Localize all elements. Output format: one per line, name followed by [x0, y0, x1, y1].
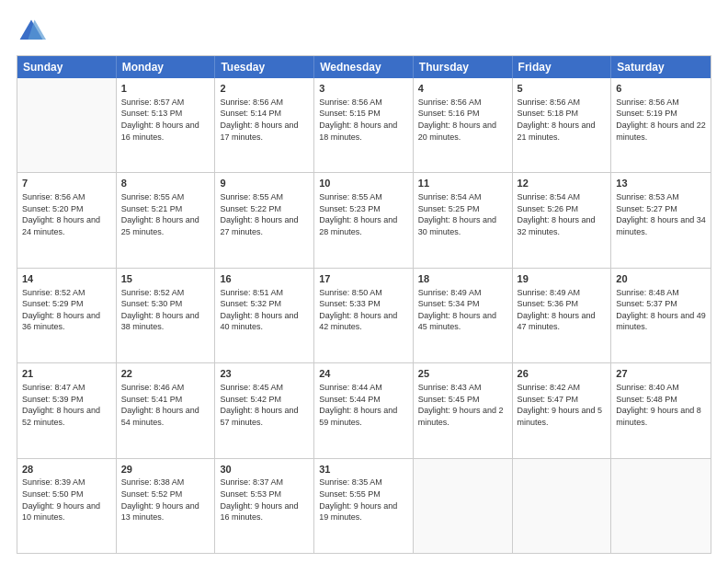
- calendar-cell: 22Sunrise: 8:46 AMSunset: 5:41 PMDayligh…: [117, 363, 216, 457]
- calendar-cell: 20Sunrise: 8:48 AMSunset: 5:37 PMDayligh…: [611, 269, 711, 362]
- calendar-cell: [611, 459, 711, 553]
- day-number: 14: [22, 272, 111, 286]
- day-info: Sunrise: 8:56 AMSunset: 5:19 PMDaylight:…: [616, 97, 706, 143]
- calendar-cell: 6Sunrise: 8:56 AMSunset: 5:19 PMDaylight…: [611, 78, 711, 172]
- calendar-cell: 15Sunrise: 8:52 AMSunset: 5:30 PMDayligh…: [117, 269, 216, 362]
- logo: [17, 17, 50, 46]
- header-day-sunday: Sunday: [17, 56, 117, 78]
- day-info: Sunrise: 8:37 AMSunset: 5:53 PMDaylight:…: [220, 477, 309, 523]
- calendar-cell: [513, 459, 612, 553]
- day-info: Sunrise: 8:46 AMSunset: 5:41 PMDaylight:…: [121, 382, 210, 428]
- day-info: Sunrise: 8:43 AMSunset: 5:45 PMDaylight:…: [418, 382, 507, 428]
- header-day-thursday: Thursday: [414, 56, 513, 78]
- calendar-cell: 26Sunrise: 8:42 AMSunset: 5:47 PMDayligh…: [513, 363, 612, 457]
- header-day-tuesday: Tuesday: [215, 56, 314, 78]
- calendar-cell: 12Sunrise: 8:54 AMSunset: 5:26 PMDayligh…: [513, 173, 612, 267]
- day-number: 16: [220, 272, 309, 286]
- day-number: 30: [220, 463, 309, 477]
- calendar-cell: 29Sunrise: 8:38 AMSunset: 5:52 PMDayligh…: [117, 459, 216, 553]
- day-number: 25: [418, 367, 507, 381]
- day-number: 19: [518, 272, 607, 286]
- calendar-cell: 17Sunrise: 8:50 AMSunset: 5:33 PMDayligh…: [314, 269, 414, 362]
- calendar-cell: 31Sunrise: 8:35 AMSunset: 5:55 PMDayligh…: [314, 459, 414, 553]
- day-number: 23: [220, 367, 309, 381]
- day-number: 31: [319, 463, 408, 477]
- calendar-body: 1Sunrise: 8:57 AMSunset: 5:13 PMDaylight…: [17, 78, 711, 553]
- page: SundayMondayTuesdayWednesdayThursdayFrid…: [0, 0, 728, 563]
- calendar-header: SundayMondayTuesdayWednesdayThursdayFrid…: [17, 56, 711, 78]
- day-info: Sunrise: 8:51 AMSunset: 5:32 PMDaylight:…: [220, 287, 309, 333]
- day-number: 18: [418, 272, 507, 286]
- day-info: Sunrise: 8:42 AMSunset: 5:47 PMDaylight:…: [518, 382, 607, 428]
- day-number: 29: [121, 463, 210, 477]
- day-info: Sunrise: 8:56 AMSunset: 5:16 PMDaylight:…: [418, 97, 507, 143]
- calendar-cell: 7Sunrise: 8:56 AMSunset: 5:20 PMDaylight…: [17, 173, 117, 267]
- day-number: 9: [220, 177, 309, 190]
- day-number: 8: [121, 177, 210, 190]
- day-number: 20: [616, 272, 706, 286]
- day-info: Sunrise: 8:52 AMSunset: 5:29 PMDaylight:…: [22, 287, 111, 333]
- calendar-cell: 2Sunrise: 8:56 AMSunset: 5:14 PMDaylight…: [215, 78, 314, 172]
- calendar-row: 14Sunrise: 8:52 AMSunset: 5:29 PMDayligh…: [17, 269, 711, 363]
- calendar-cell: 19Sunrise: 8:49 AMSunset: 5:36 PMDayligh…: [513, 269, 612, 362]
- day-info: Sunrise: 8:53 AMSunset: 5:27 PMDaylight:…: [616, 191, 706, 237]
- calendar-cell: 13Sunrise: 8:53 AMSunset: 5:27 PMDayligh…: [611, 173, 711, 267]
- calendar-cell: [414, 459, 513, 553]
- day-info: Sunrise: 8:57 AMSunset: 5:13 PMDaylight:…: [121, 97, 210, 143]
- day-info: Sunrise: 8:47 AMSunset: 5:39 PMDaylight:…: [22, 382, 111, 428]
- day-number: 6: [616, 82, 706, 96]
- calendar-cell: 1Sunrise: 8:57 AMSunset: 5:13 PMDaylight…: [117, 78, 216, 172]
- day-number: 4: [418, 82, 507, 96]
- day-info: Sunrise: 8:55 AMSunset: 5:22 PMDaylight:…: [220, 191, 309, 237]
- day-number: 3: [319, 82, 408, 96]
- day-info: Sunrise: 8:56 AMSunset: 5:18 PMDaylight:…: [518, 97, 607, 143]
- calendar-cell: 30Sunrise: 8:37 AMSunset: 5:53 PMDayligh…: [215, 459, 314, 553]
- day-number: 24: [319, 367, 408, 381]
- calendar-cell: 8Sunrise: 8:55 AMSunset: 5:21 PMDaylight…: [117, 173, 216, 267]
- day-info: Sunrise: 8:56 AMSunset: 5:20 PMDaylight:…: [22, 191, 111, 237]
- calendar-cell: 28Sunrise: 8:39 AMSunset: 5:50 PMDayligh…: [17, 459, 117, 553]
- day-info: Sunrise: 8:56 AMSunset: 5:14 PMDaylight:…: [220, 97, 309, 143]
- calendar-cell: 23Sunrise: 8:45 AMSunset: 5:42 PMDayligh…: [215, 363, 314, 457]
- header-day-wednesday: Wednesday: [314, 56, 414, 78]
- day-number: 17: [319, 272, 408, 286]
- day-number: 7: [22, 177, 111, 190]
- day-number: 12: [518, 177, 607, 190]
- calendar-cell: 16Sunrise: 8:51 AMSunset: 5:32 PMDayligh…: [215, 269, 314, 362]
- day-number: 27: [616, 367, 706, 381]
- calendar-cell: 4Sunrise: 8:56 AMSunset: 5:16 PMDaylight…: [414, 78, 513, 172]
- day-info: Sunrise: 8:38 AMSunset: 5:52 PMDaylight:…: [121, 477, 210, 523]
- calendar-cell: 18Sunrise: 8:49 AMSunset: 5:34 PMDayligh…: [414, 269, 513, 362]
- calendar-cell: 10Sunrise: 8:55 AMSunset: 5:23 PMDayligh…: [314, 173, 414, 267]
- calendar-cell: 5Sunrise: 8:56 AMSunset: 5:18 PMDaylight…: [513, 78, 612, 172]
- day-number: 28: [22, 463, 111, 477]
- day-number: 10: [319, 177, 408, 190]
- day-info: Sunrise: 8:44 AMSunset: 5:44 PMDaylight:…: [319, 382, 408, 428]
- day-number: 5: [518, 82, 607, 96]
- calendar-row: 1Sunrise: 8:57 AMSunset: 5:13 PMDaylight…: [17, 78, 711, 173]
- calendar-cell: 14Sunrise: 8:52 AMSunset: 5:29 PMDayligh…: [17, 269, 117, 362]
- day-info: Sunrise: 8:39 AMSunset: 5:50 PMDaylight:…: [22, 477, 111, 523]
- day-info: Sunrise: 8:50 AMSunset: 5:33 PMDaylight:…: [319, 287, 408, 333]
- day-info: Sunrise: 8:52 AMSunset: 5:30 PMDaylight:…: [121, 287, 210, 333]
- day-info: Sunrise: 8:45 AMSunset: 5:42 PMDaylight:…: [220, 382, 309, 428]
- day-number: 2: [220, 82, 309, 96]
- calendar-cell: 24Sunrise: 8:44 AMSunset: 5:44 PMDayligh…: [314, 363, 414, 457]
- day-info: Sunrise: 8:55 AMSunset: 5:23 PMDaylight:…: [319, 191, 408, 237]
- day-info: Sunrise: 8:54 AMSunset: 5:25 PMDaylight:…: [418, 191, 507, 237]
- header-day-friday: Friday: [513, 56, 612, 78]
- calendar-row: 7Sunrise: 8:56 AMSunset: 5:20 PMDaylight…: [17, 173, 711, 268]
- day-info: Sunrise: 8:56 AMSunset: 5:15 PMDaylight:…: [319, 97, 408, 143]
- header-day-saturday: Saturday: [611, 56, 711, 78]
- day-info: Sunrise: 8:48 AMSunset: 5:37 PMDaylight:…: [616, 287, 706, 333]
- day-info: Sunrise: 8:35 AMSunset: 5:55 PMDaylight:…: [319, 477, 408, 523]
- logo-icon: [17, 17, 46, 46]
- calendar-cell: 9Sunrise: 8:55 AMSunset: 5:22 PMDaylight…: [215, 173, 314, 267]
- day-number: 1: [121, 82, 210, 96]
- calendar-cell: 27Sunrise: 8:40 AMSunset: 5:48 PMDayligh…: [611, 363, 711, 457]
- day-info: Sunrise: 8:40 AMSunset: 5:48 PMDaylight:…: [616, 382, 706, 428]
- day-number: 21: [22, 367, 111, 381]
- calendar-cell: 3Sunrise: 8:56 AMSunset: 5:15 PMDaylight…: [314, 78, 414, 172]
- day-info: Sunrise: 8:49 AMSunset: 5:36 PMDaylight:…: [518, 287, 607, 333]
- calendar-cell: 25Sunrise: 8:43 AMSunset: 5:45 PMDayligh…: [414, 363, 513, 457]
